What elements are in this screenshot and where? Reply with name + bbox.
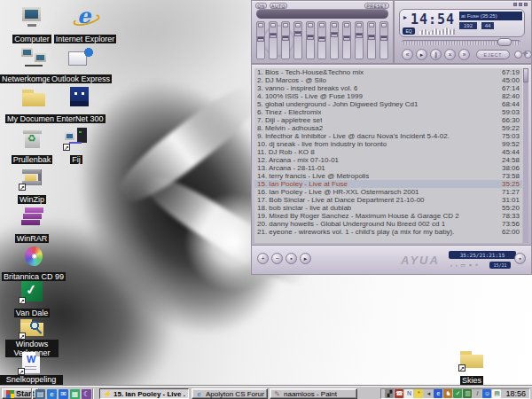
playlist-item-5[interactable]: 5. global underground - John Digweed Syd… — [254, 100, 522, 108]
eq-auto-button[interactable]: AUTO — [270, 3, 287, 9]
eq-on-button[interactable]: ON — [255, 3, 267, 9]
winamp-main-window[interactable]: ▸ 14:54 at Fuse (35:25) 192 44 EQ «▸∥×» … — [394, 0, 532, 64]
start-button[interactable]: Start — [2, 388, 39, 399]
quicklaunch-internet-explorer-icon[interactable]: e — [47, 389, 57, 399]
playlist-item-19[interactable]: 19. Mixed By Roger Sanchez - Maximum Hou… — [254, 212, 522, 220]
track-title-marquee[interactable]: at Fuse (35:25) — [459, 12, 522, 20]
next-button[interactable]: » — [458, 49, 470, 60]
playlist-misc-button[interactable]: ▸ — [300, 253, 311, 264]
playlist-item-16[interactable]: 16. Ian Pooley - Live @ HR-XXL Ostermars… — [254, 188, 522, 196]
desktop-icon-internet-explorer[interactable]: Internet Explorer — [51, 6, 119, 45]
eq-slider-thumb[interactable] — [368, 35, 375, 40]
playlist-item-13[interactable]: 13. Arcana - 28-11-0138:06 — [254, 164, 522, 172]
eq-slider-thumb[interactable] — [380, 35, 387, 41]
playlist-list-button[interactable]: ▪ — [514, 253, 526, 264]
desktop-icon-winrar[interactable]: WinRAR — [5, 206, 59, 245]
eq-slider-thumb[interactable] — [270, 33, 277, 38]
tray-phone-icon[interactable]: ☎ — [395, 389, 403, 398]
task-button-winamp[interactable]: ⚡15. Ian Pooley - Live ... — [99, 388, 189, 399]
tray-shield-icon[interactable]: ✓ — [453, 389, 462, 398]
playlist-item-11[interactable]: 11. DJ Rob - KO 845:44 — [254, 148, 522, 156]
playlist-item-3[interactable]: 3. vanno - inspired breaks vol. 667:14 — [254, 84, 522, 92]
desktop-icon-enternet-300[interactable]: EnterNet 300 — [48, 86, 112, 125]
eq-slider-thumb[interactable] — [356, 33, 363, 38]
quicklaunch-show-desktop-icon[interactable]: ▤ — [35, 389, 45, 399]
desktop-icon-britannica-cd-99[interactable]: Britannica CD 99 — [2, 245, 62, 283]
desktop-icon-skies[interactable]: ↗Skies — [445, 348, 498, 387]
playlist-scrollbar[interactable] — [523, 68, 528, 243]
playlist-item-18[interactable]: 18. bob sinclar - live at dublab55:20 — [254, 204, 522, 212]
winamp-equalizer-window[interactable]: ON AUTO PRESET — [251, 0, 394, 64]
eq-band-slider-4[interactable] — [306, 21, 315, 59]
playlist-item-9[interactable]: 9. Infecthor & Inhibitor - Live @ dacru … — [254, 132, 522, 140]
eq-band-slider-7[interactable] — [342, 21, 351, 59]
tray-paint-icon[interactable]: * — [414, 389, 423, 398]
desktop-icon-computer[interactable]: Computer — [5, 6, 59, 45]
playlist-remove-button[interactable]: − — [271, 253, 283, 264]
eject-button[interactable]: EJECT — [476, 50, 510, 59]
desktop-icon-outlook-express[interactable]: Outlook Express — [46, 46, 115, 85]
playlist-select-button[interactable]: ▪ — [286, 253, 297, 264]
seek-knob[interactable] — [497, 38, 512, 46]
tray-icq-icon[interactable]: e — [434, 389, 442, 398]
tray-dog-icon[interactable]: ♞ — [443, 389, 452, 398]
eq-slider-thumb[interactable] — [294, 31, 301, 36]
desktop-icon-van-dale[interactable]: ↗Van Dale — [5, 280, 59, 319]
window-buttons[interactable] — [513, 3, 528, 6]
playlist-item-12[interactable]: 12. Arcana - mix 07-10-0124:58 — [254, 156, 522, 164]
quicklaunch-outlook-express-icon[interactable]: ✉ — [59, 389, 68, 399]
quicklaunch-webtv-icon[interactable]: ☾ — [82, 389, 91, 399]
desktop-icon-winzip[interactable]: ↗WinZip — [5, 167, 59, 206]
tray-person-icon[interactable]: ☺ — [482, 389, 491, 398]
playlist-item-14[interactable]: 14. terry francis - Live @ Metropolis73:… — [254, 172, 522, 180]
winamp-playlist-window[interactable]: 1. Bios - Tech-House&Techno mix67:192. D… — [251, 64, 532, 275]
playlist-item-21[interactable]: 21. eyeone - wireworks vol. 1 - child's … — [254, 228, 522, 236]
pause-button[interactable]: ∥ — [430, 49, 442, 60]
desktop-icon-fij[interactable]: ↗Fij — [50, 127, 103, 166]
eq-sliders[interactable] — [256, 21, 388, 59]
playlist-item-15[interactable]: 15. Ian Pooley - Live at Fuse35:25 — [254, 180, 522, 188]
playlist-item-7[interactable]: 7. Diji - appletree set66:30 — [254, 116, 522, 124]
playlist[interactable]: 1. Bios - Tech-House&Techno mix67:192. D… — [254, 68, 522, 243]
eq-slider-thumb[interactable] — [307, 35, 314, 40]
eq-preset-button[interactable]: PRESET — [364, 3, 389, 9]
task-button-paint[interactable]: ✎naamloos - Paint — [270, 388, 357, 399]
playlist-item-4[interactable]: 4. 100% ISIS - Live @ Fuse 199982:40 — [254, 92, 522, 100]
tray-page-icon[interactable]: ▤ — [492, 389, 501, 398]
eq-band-slider-9[interactable] — [367, 21, 376, 59]
shuffle-button[interactable] — [514, 51, 522, 59]
stop-button[interactable]: × — [444, 49, 456, 60]
clutterbar-icon[interactable]: ✚ — [522, 50, 528, 58]
playlist-item-1[interactable]: 1. Bios - Tech-House&Techno mix67:19 — [254, 68, 522, 76]
playlist-item-2[interactable]: 2. DJ Marcos - @ Silo45:00 — [254, 76, 522, 84]
eq-band-slider-8[interactable] — [355, 21, 364, 59]
playlist-add-button[interactable]: + — [257, 253, 269, 264]
eq-band-slider-10[interactable] — [379, 21, 388, 59]
task-button-ie[interactable]: eApolyton CS Forums - A D... — [192, 388, 268, 399]
tray-netscape-icon[interactable]: N — [404, 389, 413, 398]
eq-band-slider-1[interactable] — [269, 21, 278, 59]
playlist-mini-buttons[interactable]: ‹ › ▭ × ˄ — [450, 262, 479, 268]
playlist-item-17[interactable]: 17. Bob Sinclar - Live at Dance Departme… — [254, 196, 522, 204]
eq-preamp-slider[interactable] — [256, 21, 265, 59]
eq-band-slider-6[interactable] — [330, 21, 339, 59]
playlist-scrollbar-thumb[interactable] — [523, 68, 528, 82]
tray-pencil-icon[interactable]: / — [473, 389, 481, 398]
previous-button[interactable]: « — [402, 49, 413, 60]
eq-band-slider-2[interactable] — [281, 21, 290, 59]
eq-band-slider-5[interactable] — [317, 21, 326, 59]
tray-device-icon[interactable]: ▞ — [385, 389, 394, 398]
eq-band-slider-3[interactable] — [293, 21, 302, 59]
tray-arrow-icon[interactable]: ◂ — [424, 389, 433, 398]
eq-slider-thumb[interactable] — [331, 32, 338, 37]
playlist-item-6[interactable]: 6. Tinez - Electromix59:03 — [254, 108, 522, 116]
play-button[interactable]: ▸ — [416, 49, 427, 60]
eq-slider-thumb[interactable] — [257, 36, 264, 42]
playlist-item-8[interactable]: 8. Melvin - adhousa259:22 — [254, 124, 522, 132]
eq-slider-thumb[interactable] — [318, 36, 325, 42]
tray-monitor-icon[interactable]: ▥ — [463, 389, 472, 398]
playlist-item-10[interactable]: 10. dj sneak - live from industry in tor… — [254, 140, 522, 148]
eq-slider-thumb[interactable] — [282, 35, 289, 41]
playlist-item-20[interactable]: 20. danny howells - Global Underground N… — [254, 220, 522, 228]
quicklaunch-channels-icon[interactable]: ▦ — [70, 389, 80, 399]
